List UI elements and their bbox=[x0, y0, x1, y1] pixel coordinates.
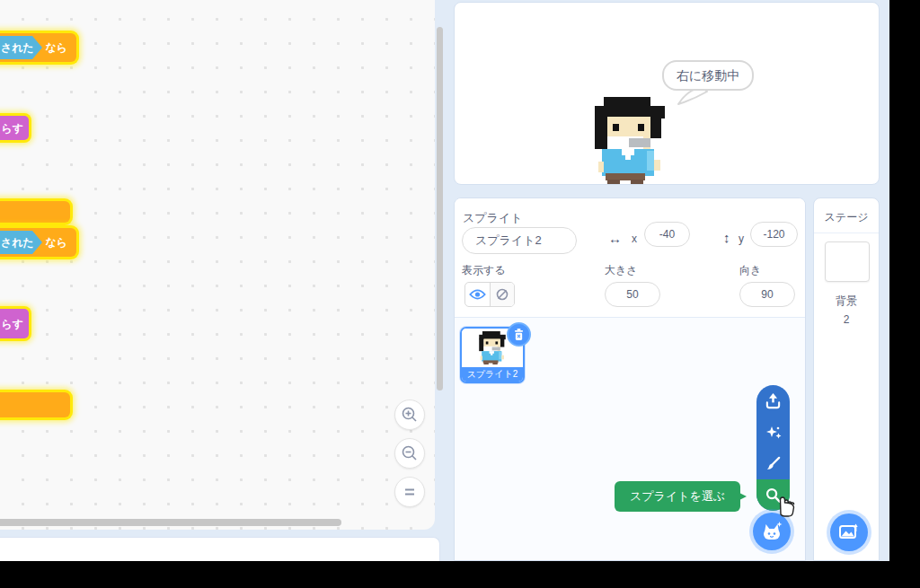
speech-bubble: 右に移動中 bbox=[662, 60, 754, 91]
code-workspace[interactable]: された なら らす された なら らす bbox=[0, 0, 435, 530]
zoom-reset-icon bbox=[401, 483, 419, 501]
sprite-info-section: スプライト スプライト2 ↔ x -40 ↕ y -120 表示する bbox=[455, 198, 805, 318]
sound-suffix-text: らす bbox=[1, 120, 23, 136]
zoom-in-icon bbox=[401, 406, 419, 424]
block-condition-hexagon[interactable]: された bbox=[0, 36, 42, 59]
add-backdrop-button[interactable] bbox=[830, 513, 868, 551]
paint-sprite-button[interactable] bbox=[756, 448, 790, 479]
upload-sprite-button[interactable] bbox=[756, 385, 790, 417]
y-label: y bbox=[739, 233, 744, 245]
stage-selector-title: ステージ bbox=[814, 210, 879, 225]
if-suffix-text: なら bbox=[45, 40, 67, 56]
sprite-header-label: スプライト bbox=[463, 210, 523, 226]
workspace-vertical-scrollbar[interactable] bbox=[437, 27, 443, 391]
stage-canvas[interactable] bbox=[454, 2, 880, 185]
backdrop-label: 背景 bbox=[814, 294, 879, 309]
upload-icon bbox=[765, 392, 782, 409]
stage-sprite-character[interactable] bbox=[595, 97, 665, 184]
sprite-thumbnail-image bbox=[479, 331, 506, 364]
block-stub-2[interactable] bbox=[0, 392, 70, 417]
sprite-name-input[interactable]: スプライト2 bbox=[462, 227, 577, 254]
eye-icon bbox=[469, 288, 486, 301]
surprise-icon bbox=[765, 424, 783, 442]
y-axis-icon: ↕ bbox=[723, 230, 730, 245]
workspace-horizontal-scrollbar[interactable] bbox=[0, 519, 341, 526]
delete-sprite-button[interactable] bbox=[507, 322, 531, 347]
choose-sprite-tooltip: スプライトを選ぶ bbox=[615, 481, 740, 512]
eye-slash-icon bbox=[495, 287, 509, 302]
trash-icon bbox=[514, 329, 524, 340]
backdrop-add-icon bbox=[838, 523, 860, 541]
zoom-out-icon bbox=[401, 444, 419, 462]
sprite-y-input[interactable]: -120 bbox=[750, 222, 798, 247]
x-axis-icon: ↔ bbox=[608, 231, 622, 246]
show-label: 表示する bbox=[462, 263, 506, 278]
surprise-sprite-button[interactable] bbox=[756, 417, 790, 448]
sound-suffix-text: らす bbox=[1, 316, 23, 331]
tooltip-text: スプライトを選ぶ bbox=[630, 489, 725, 503]
sprite-tile-label: スプライト2 bbox=[462, 367, 523, 382]
hide-sprite-button[interactable] bbox=[490, 283, 514, 306]
block-sound-2[interactable]: らす bbox=[0, 309, 29, 338]
condition-text: された bbox=[0, 235, 34, 250]
show-sprite-button[interactable] bbox=[465, 283, 490, 306]
backdrop-count: 2 bbox=[814, 313, 879, 326]
sprite-direction-input[interactable]: 90 bbox=[739, 282, 795, 307]
add-sprite-button[interactable] bbox=[753, 513, 791, 550]
block-stub-1[interactable] bbox=[0, 201, 70, 223]
block-sound-1[interactable]: らす bbox=[0, 116, 29, 140]
scratch-editor: された なら らす された なら らす bbox=[0, 0, 889, 561]
zoom-reset-button[interactable] bbox=[394, 477, 425, 507]
condition-text: された bbox=[0, 40, 34, 56]
mouse-cursor-hand bbox=[774, 487, 799, 518]
sprite-x-input[interactable]: -40 bbox=[644, 222, 690, 247]
speech-bubble-text: 右に移動中 bbox=[677, 68, 739, 83]
block-if-then-2[interactable]: された なら bbox=[0, 228, 76, 257]
if-suffix-text: なら bbox=[45, 235, 67, 250]
backdrop-thumbnail[interactable] bbox=[825, 241, 870, 282]
size-label: 大きさ bbox=[605, 263, 638, 278]
x-label: x bbox=[632, 233, 637, 245]
direction-label: 向き bbox=[739, 263, 761, 278]
cat-add-icon bbox=[761, 522, 783, 541]
block-condition-hexagon[interactable]: された bbox=[0, 231, 42, 254]
divider bbox=[814, 233, 879, 233]
visibility-toggle-group bbox=[464, 282, 515, 307]
block-if-then-1[interactable]: された なら bbox=[0, 33, 76, 62]
stage-selector-pane[interactable]: ステージ 背景 2 bbox=[813, 197, 880, 561]
palette-strip bbox=[0, 537, 440, 561]
sprite-pane: スプライト スプライト2 ↔ x -40 ↕ y -120 表示する bbox=[454, 197, 806, 561]
sprite-size-input[interactable]: 50 bbox=[605, 282, 660, 307]
zoom-in-button[interactable] bbox=[394, 399, 425, 430]
paintbrush-icon bbox=[765, 455, 782, 472]
zoom-out-button[interactable] bbox=[394, 438, 425, 469]
